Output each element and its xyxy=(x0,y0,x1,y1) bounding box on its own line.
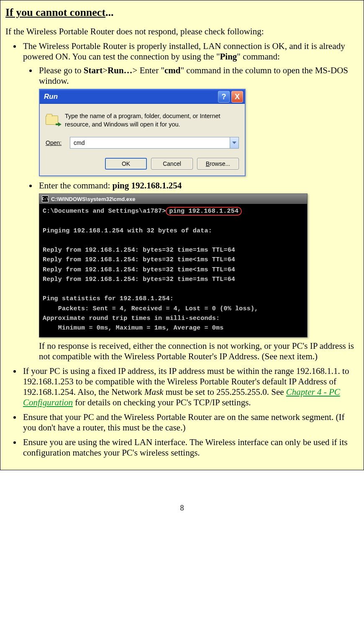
bullet-1b: Enter the command: ping 192.168.1.254 C:… xyxy=(37,180,359,362)
run-button-row: OK Cancel Browse... xyxy=(46,158,239,170)
cmd-stats2: Packets: Sent = 4, Received = 4, Lost = … xyxy=(43,305,258,312)
run-dialog: Run ? X Type the name of a program, fold… xyxy=(39,89,246,176)
b1b-after: If no response is received, either the c… xyxy=(39,341,359,362)
run-title: Run xyxy=(44,93,216,101)
heading-underline: If you cannot connect xyxy=(5,6,105,18)
bullet-1: The Wireless Portable Router is properly… xyxy=(21,41,359,362)
b1a-pre: Please go to xyxy=(39,65,84,75)
dropdown-icon[interactable] xyxy=(230,137,238,148)
open-input[interactable] xyxy=(70,137,230,148)
heading-rest: ... xyxy=(105,6,114,18)
help-button[interactable]: ? xyxy=(218,91,230,103)
b2-post: for details on checking your PC's TCP/IP… xyxy=(73,397,251,407)
page-number: 8 xyxy=(0,504,364,513)
info-box: If you cannot connect... If the Wireless… xyxy=(0,0,364,470)
ping-command: ping 192.168.1.254 xyxy=(113,180,182,191)
section-heading: If you cannot connect... xyxy=(5,6,359,19)
cmd-reply3: Reply from 192.168.1.254: bytes=32 time<… xyxy=(43,266,235,273)
bullet-3: Ensure that your PC and the Wireless Por… xyxy=(21,412,359,433)
cmd-body: C:\Documents and Settings\a1787>ping 192… xyxy=(39,204,307,337)
cmd-reply4: Reply from 192.168.1.254: bytes=32 time=… xyxy=(43,276,235,283)
run-word: Run… xyxy=(108,65,133,75)
browse-button[interactable]: Browse... xyxy=(197,158,239,170)
cmd-reply1: Reply from 192.168.1.254: bytes=32 time=… xyxy=(43,247,235,254)
cancel-button[interactable]: Cancel xyxy=(151,158,193,170)
run-titlebar: Run ? X xyxy=(40,90,245,104)
cmd-reply2: Reply from 192.168.1.254: bytes=32 time<… xyxy=(43,256,235,263)
run-description: Type the name of a program, folder, docu… xyxy=(65,112,239,129)
b1b-pre: Enter the command: xyxy=(39,180,113,191)
bullet-4: Ensure you are using the wired LAN inter… xyxy=(21,437,359,458)
close-button[interactable]: X xyxy=(231,91,243,103)
run-top-row: Type the name of a program, folder, docu… xyxy=(46,112,239,129)
start-word: Start xyxy=(84,65,103,75)
cmd-pinging: Pinging 192.168.1.254 with 32 bytes of d… xyxy=(43,227,212,234)
gt2: > Enter " xyxy=(133,65,164,75)
bullet-1-post: " command: xyxy=(237,52,279,62)
run-folder-icon xyxy=(46,113,61,126)
bullet-2: If your PC is using a fixed IP address, … xyxy=(21,366,359,408)
b2-mid: must be set to 255.255.255.0. See xyxy=(163,387,286,397)
cmd-icon: C:\ xyxy=(42,196,49,202)
run-input-wrap[interactable] xyxy=(70,137,239,149)
cmd-prompt: C:\Documents and Settings\a1787> xyxy=(43,208,166,215)
cmd-stats4: Minimum = 0ms, Maximum = 1ms, Average = … xyxy=(43,325,223,332)
bullet-1a: Please go to Start>Run…> Enter "cmd" com… xyxy=(37,65,359,176)
run-body: Type the name of a program, folder, docu… xyxy=(40,104,245,175)
gt1: > xyxy=(103,65,108,75)
ping-highlight: ping 192.168.1.254 xyxy=(166,207,242,216)
outer-list: The Wireless Portable Router is properly… xyxy=(5,41,359,458)
inner-list: Please go to Start>Run…> Enter "cmd" com… xyxy=(23,65,359,362)
cmd-titlebar: C:\ C:\WINDOWS\system32\cmd.exe xyxy=(39,194,307,204)
bullet-1-pre: The Wireless Portable Router is properly… xyxy=(23,41,345,62)
run-input-row: Open: xyxy=(46,137,239,149)
cmd-word: cmd xyxy=(164,65,181,75)
cmd-stats1: Ping statistics for 192.168.1.254: xyxy=(43,295,174,302)
ping-word: Ping xyxy=(220,52,237,62)
cmd-title: C:\WINDOWS\system32\cmd.exe xyxy=(51,196,136,202)
cmd-stats3: Approximate round trip times in milli-se… xyxy=(43,315,220,322)
intro-text: If the Wireless Portable Router does not… xyxy=(5,26,359,37)
mask-word: Mask xyxy=(144,387,164,397)
cmd-window: C:\ C:\WINDOWS\system32\cmd.exe C:\Docum… xyxy=(39,193,308,337)
open-label: Open: xyxy=(46,139,66,146)
ok-button[interactable]: OK xyxy=(105,158,147,170)
